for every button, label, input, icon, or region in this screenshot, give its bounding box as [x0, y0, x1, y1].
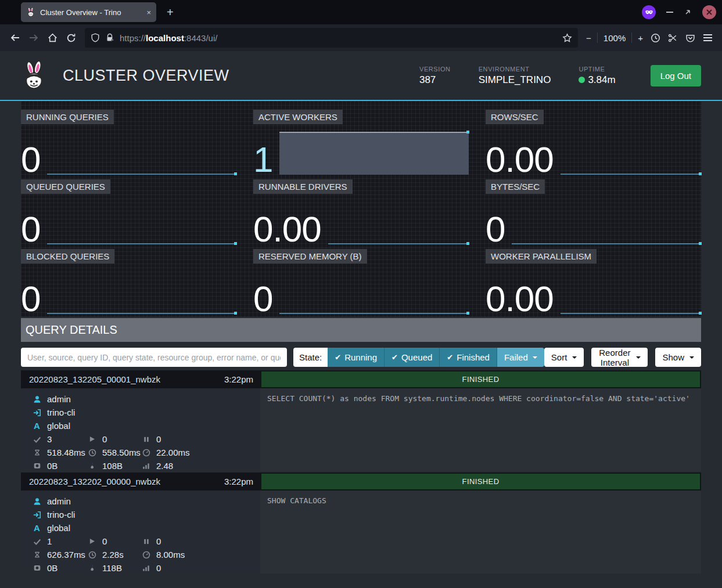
current-memory: 0B	[47, 461, 58, 471]
wall-time: 518.48ms	[47, 448, 85, 457]
user-icon	[32, 497, 42, 506]
wall-time: 626.37ms	[47, 550, 85, 560]
separator	[631, 33, 632, 43]
history-clock-icon[interactable]	[646, 29, 664, 46]
browser-tab[interactable]: Cluster Overview - Trino ×	[21, 2, 156, 22]
query-row-header: 20220823_132202_00000_nwbzk 3:22pm	[21, 472, 260, 490]
forward-button[interactable]	[24, 28, 43, 47]
new-tab-button[interactable]: +	[167, 6, 174, 19]
completed-splits: 3	[47, 434, 52, 444]
url-text[interactable]: https://localhost:8443/ui/	[120, 33, 557, 43]
zoom-in-button[interactable]: +	[638, 33, 643, 43]
stats-grid: RUNNING QUERIES 0 ACTIVE WORKERS 1 ROWS/…	[21, 101, 701, 317]
stat-card: ACTIVE WORKERS 1	[253, 109, 469, 178]
pause-queued-splits-icon	[141, 538, 151, 545]
sort-dropdown-button[interactable]: Sort	[544, 348, 584, 367]
stat-card-value: 0	[21, 214, 47, 244]
query-time: 3:22pm	[224, 477, 253, 486]
clock-cpu-time-icon	[87, 551, 97, 559]
play-running-splits-icon	[87, 435, 97, 443]
query-user: admin	[47, 394, 71, 404]
reload-button[interactable]	[62, 28, 80, 47]
state-filter-button[interactable]: Failed	[497, 348, 544, 367]
state-filter-button[interactable]: ✔ Queued	[385, 348, 440, 367]
mask-extension-icon[interactable]	[642, 5, 656, 19]
stat-card-label: ACTIVE WORKERS	[253, 110, 343, 124]
minimize-button[interactable]	[666, 12, 673, 13]
sparkline-endpoint-dot	[234, 312, 237, 315]
play-running-splits-icon	[87, 538, 97, 545]
stat-card-label: ROWS/SEC	[486, 110, 544, 124]
memory-scale-icon	[32, 564, 42, 572]
bar-chart-rate-icon	[141, 564, 151, 572]
pocket-icon[interactable]	[681, 29, 699, 46]
completed-splits: 1	[47, 536, 52, 546]
query-status-cell: FINISHED	[260, 370, 701, 388]
query-details-header: QUERY DETAILS	[21, 318, 701, 342]
query-rate: 2.48	[156, 461, 173, 471]
check-splits-icon	[32, 538, 42, 546]
sparkline-endpoint-dot	[699, 172, 702, 175]
tab-title: Cluster Overview - Trino	[40, 8, 142, 17]
sparkline-chart	[328, 201, 469, 244]
query-status-cell: FINISHED	[260, 472, 701, 490]
query-filter-toolbar: State: ✔ Running ✔ Queued ✔ Finished Fai…	[21, 348, 701, 367]
query-time: 3:22pm	[224, 374, 253, 384]
back-button[interactable]	[6, 28, 24, 47]
cumulative-memory: 108B	[102, 461, 123, 471]
screenshot-scissors-icon[interactable]	[664, 29, 681, 46]
bookmark-star-icon[interactable]	[562, 33, 572, 43]
environment-block: ENVIRONMENT SIMPLE_TRINO	[479, 66, 551, 86]
query-stats: admin trino-cli A global 1 0 0	[21, 490, 260, 573]
query-id-link[interactable]: 20220823_132202_00000_nwbzk	[29, 477, 160, 486]
sparkline-chart	[279, 132, 469, 175]
stat-card: ROWS/SEC 0.00	[486, 109, 701, 178]
tracking-shield-icon[interactable]	[91, 33, 100, 42]
query-search-input[interactable]	[21, 348, 287, 367]
query-row: 20220823_132205_00001_nwbzk 3:22pm FINIS…	[21, 370, 701, 471]
show-dropdown-button[interactable]: Show	[655, 348, 701, 367]
lock-warning-icon[interactable]	[105, 33, 114, 42]
zoom-level[interactable]: 100%	[604, 33, 626, 43]
close-window-button[interactable]	[702, 5, 716, 19]
logout-button[interactable]: Log Out	[651, 65, 701, 86]
environment-label: ENVIRONMENT	[479, 66, 551, 73]
trino-logo-bunny-icon	[21, 60, 48, 91]
current-memory: 0B	[47, 563, 58, 573]
state-filter-button[interactable]: ✔ Running	[328, 348, 385, 367]
zoom-out-button[interactable]: −	[586, 33, 591, 43]
uptime-value: 3.84m	[588, 74, 615, 86]
state-filter-label: State:	[293, 348, 328, 367]
tab-close-icon[interactable]: ×	[146, 8, 151, 17]
sparkline-chart	[47, 132, 236, 175]
home-button[interactable]	[43, 28, 62, 47]
stat-card-value: 0	[21, 284, 47, 314]
uptime-label: UPTIME	[579, 66, 615, 73]
sign-in-source-icon	[32, 511, 42, 519]
resource-group-icon: A	[32, 523, 42, 533]
environment-value: SIMPLE_TRINO	[479, 74, 551, 86]
stat-card-label: RUNNABLE DRIVERS	[253, 179, 353, 194]
query-stats: admin trino-cli A global 3 0 0	[21, 388, 260, 471]
sparkline-chart	[279, 271, 469, 314]
url-bar[interactable]: https://localhost:8443/ui/	[85, 28, 578, 48]
sparkline-chart	[47, 201, 236, 244]
restore-window-button[interactable]	[684, 8, 692, 16]
hourglass-wall-time-icon	[32, 551, 42, 558]
query-id-link[interactable]: 20220823_132205_00001_nwbzk	[29, 374, 160, 384]
stat-card-label: RUNNING QUERIES	[21, 110, 114, 124]
query-resource-group: global	[47, 523, 70, 533]
menu-hamburger-icon[interactable]	[699, 29, 716, 46]
resource-group-icon: A	[32, 421, 42, 431]
sparkline-endpoint-dot	[699, 312, 702, 315]
sparkline-endpoint-dot	[234, 172, 237, 175]
clock-cpu-time-icon	[87, 449, 97, 457]
query-source: trino-cli	[47, 510, 75, 520]
sparkline-endpoint-dot	[466, 131, 469, 134]
stat-card: RESERVED MEMORY (B) 0	[253, 248, 469, 318]
fire-cumulative-memory-icon	[87, 564, 97, 572]
state-filter-button[interactable]: ✔ Finished	[440, 348, 497, 367]
stat-card: RUNNABLE DRIVERS 0.00	[253, 179, 469, 248]
reorder-interval-dropdown-button[interactable]: Reorder Interval	[591, 348, 648, 367]
stat-card-label: RESERVED MEMORY (B)	[253, 249, 367, 264]
